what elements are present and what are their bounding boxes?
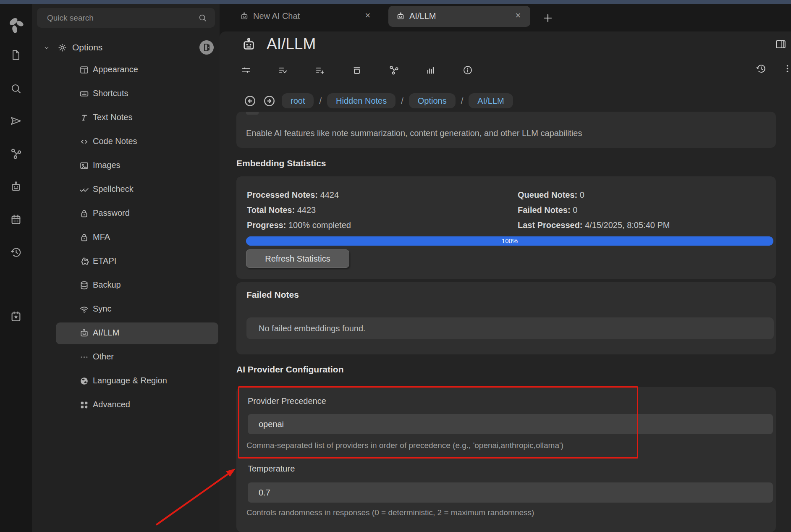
arrow-right-icon[interactable] [262,94,276,108]
sidebar-item-label: Other [93,352,114,362]
jump-to-icon[interactable] [10,115,22,127]
double-check-icon [79,184,89,195]
close-icon[interactable]: × [513,10,524,21]
description-text: Enable AI features like note summarizati… [246,128,582,138]
robot-icon [240,12,249,21]
info-icon[interactable] [462,65,473,76]
list-plus-icon[interactable] [314,65,325,76]
breadcrumb-item-options[interactable]: Options [409,93,456,108]
breadcrumb-separator: / [319,96,322,106]
sidebar-item-etapi[interactable]: ETAPI [56,251,218,273]
list-check-icon[interactable] [278,65,288,76]
calendar-icon[interactable] [10,213,22,226]
breadcrumb-item-root[interactable]: root [282,93,314,108]
new-note-icon[interactable] [10,49,22,61]
lock-icon [79,208,89,219]
sidebar-item-appearance[interactable]: Appearance [56,59,218,81]
sidebar-item-mfa[interactable]: MFA [56,227,218,249]
sidebar-item-label: Text Notes [93,113,132,122]
sidebar-item-sync[interactable]: Sync [56,299,218,320]
breadcrumb-item-hidden-notes[interactable]: Hidden Notes [327,93,396,108]
note-map-icon[interactable] [10,147,22,160]
breadcrumb: root/Hidden Notes/Options/AI/LLM [243,93,513,108]
temperature-input[interactable]: 0.7 [248,482,773,503]
sidebar-item-shortcuts[interactable]: Shortcuts [56,83,218,105]
robot-icon [241,37,257,52]
keyboard-icon [79,89,89,99]
sidebar-item-code-notes[interactable]: Code Notes [56,131,218,153]
stat-processed-notes: Processed Notes: 4424 [247,189,351,204]
sidebar-item-advanced[interactable]: Advanced [56,394,218,416]
failed-notes-card: Failed Notes No failed embeddings found. [236,282,776,354]
window-titlebar [0,0,791,4]
robot-icon [79,328,89,338]
stats-right-column: Queued Notes: 0Failed Notes: 0Last Proce… [518,189,670,235]
sidebar-item-images[interactable]: Images [56,155,218,177]
gear-icon [57,42,68,53]
search-icon[interactable] [10,82,22,95]
right-panel-toggle-icon[interactable] [775,38,787,50]
note-title: AI/LLM [267,35,316,53]
sidebar-item-other[interactable]: Other [56,346,218,368]
ribbon-toolbar [241,65,473,76]
unhoist-button[interactable] [199,40,214,55]
sidebar-item-backup[interactable]: Backup [56,275,218,296]
provider-precedence-label: Provider Precedence [248,396,326,406]
stat-total-notes: Total Notes: 4423 [247,204,351,220]
sidebar-item-text-notes[interactable]: Text Notes [56,107,218,129]
progress-label: 100% [246,236,773,246]
globe-icon [79,376,89,386]
description-panel: Enable AI features like note summarizati… [236,112,776,148]
stat-last-processed: Last Processed: 4/15/2025, 8:05:40 PM [518,220,670,235]
italic-t-icon [79,113,89,123]
stat-queued-notes: Queued Notes: 0 [518,189,670,204]
bookmarks-icon[interactable] [10,310,22,323]
provider-precedence-input[interactable]: openai [248,414,773,434]
lock-icon [79,232,89,243]
archive-icon[interactable] [351,65,362,76]
tab-bar: New AI Chat × AI/LLM × [220,4,791,31]
search-icon[interactable] [198,13,207,23]
stat-progress: Progress: 100% completed [247,220,351,235]
chevron-down-icon[interactable] [43,44,50,52]
refresh-statistics-button[interactable]: Refresh Statistics [246,249,349,268]
robot-icon [396,12,405,21]
ai-provider-card: Provider PrecedenceopenaiComma-separated… [236,387,776,532]
sidebar-item-label: Code Notes [93,136,137,146]
tab-ai-llm[interactable]: AI/LLM × [388,6,530,27]
new-tab-button[interactable] [542,12,554,24]
bar-chart-icon[interactable] [425,65,436,76]
ai-chat-icon[interactable] [10,181,22,193]
ai-provider-heading: AI Provider Configuration [236,364,344,375]
sidebar-item-label: Password [93,208,130,218]
recent-changes-icon[interactable] [10,246,22,259]
input-value: 0.7 [259,482,270,503]
sidebar-item-label: MFA [93,232,110,242]
arrow-left-icon[interactable] [243,94,257,108]
sidebar-item-ai-llm[interactable]: AI/LLM [56,322,218,344]
stats-left-column: Processed Notes: 4424Total Notes: 4423Pr… [247,189,351,235]
embedding-statistics-card: Processed Notes: 4424Total Notes: 4423Pr… [236,176,776,279]
sidebar-item-label: ETAPI [93,256,116,266]
breadcrumb-separator: / [401,96,403,106]
kebab-menu-icon[interactable] [782,63,791,74]
note-map-icon[interactable] [388,65,399,76]
sidebar-item-language-region[interactable]: Language & Region [56,370,218,392]
note-revisions-icon[interactable] [755,63,767,74]
embedding-progress-bar: 100% [246,236,773,246]
launcher-pane [0,4,32,532]
sidebar-item-options[interactable]: Options [32,40,220,57]
code-icon [79,136,89,147]
sidebar-item-password[interactable]: Password [56,203,218,225]
grid-icon [79,400,89,410]
stat-failed-notes: Failed Notes: 0 [518,204,670,220]
close-icon[interactable]: × [362,10,373,21]
quick-search-input[interactable]: Quick search [37,8,215,28]
tab-new-ai-chat[interactable]: New AI Chat × [232,6,380,27]
breadcrumb-item-ai-llm[interactable]: AI/LLM [469,93,513,108]
sliders-icon[interactable] [241,65,251,76]
sidebar-item-label: Spellcheck [93,184,134,194]
sidebar-item-label: Appearance [93,65,138,74]
sidebar-item-spellcheck[interactable]: Spellcheck [56,179,218,201]
wifi-icon [79,304,89,314]
